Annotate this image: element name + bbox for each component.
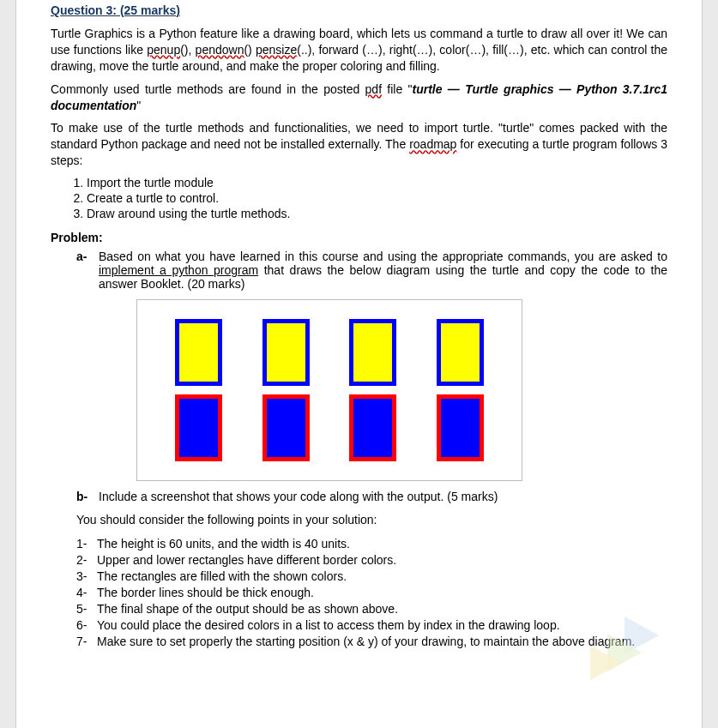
spelling-squiggle: pendown [196,43,244,57]
spelling-squiggle: penup [147,43,180,57]
diagram-top-row [175,319,484,386]
list-item: 7-Make sure to set properly the starting… [76,635,659,648]
list-item: Import the turtle module [87,176,667,190]
yellow-rect [175,319,222,386]
yellow-rect [437,319,484,386]
text: (), [180,43,195,57]
list-item: 5-The final shape of the output should b… [76,602,659,616]
text: Based on what you have learned in this c… [99,250,667,263]
steps-list: Import the turtle module Create a turtle… [87,176,667,220]
notes-intro: You should consider the following points… [76,512,667,528]
num: 4- [76,586,97,599]
problem-label: Problem: [51,231,667,244]
list-item: Create a turtle to control. [87,191,667,205]
item-text: Based on what you have learned in this c… [99,250,667,291]
blue-rect [437,394,484,461]
text: Make sure to set properly the starting p… [97,635,659,648]
text: The rectangles are filled with the shown… [97,569,659,583]
text: Upper and lower rectangles have differen… [97,553,659,567]
turtle-diagram [136,299,522,481]
item-marker: a- [76,250,92,291]
list-item: 2-Upper and lower rectangles have differ… [76,553,659,567]
yellow-rect [349,319,396,386]
num: 2- [76,553,97,567]
paragraph-roadmap: To make use of the turtle methods and fu… [51,120,667,169]
text: The height is 60 units, and the width is… [97,537,659,551]
text: The final shape of the output should be … [97,602,659,616]
underlined-phrase: implement a python program [99,263,258,277]
problem-item-b: b- Include a screenshot that shows your … [76,490,667,503]
text: " [136,99,141,112]
notes-list: 1-The height is 60 units, and the width … [76,537,659,648]
num: 7- [76,635,97,648]
blue-rect [262,394,310,461]
diagram-wrap [136,299,667,481]
blue-rect [175,394,222,461]
text: Commonly used turtle methods are found i… [51,82,365,96]
question-heading: Question 3: (25 marks) [51,3,667,17]
blue-rect [349,394,396,461]
item-text: Include a screenshot that shows your cod… [99,490,667,503]
num: 3- [76,569,97,583]
diagram-bottom-row [175,394,484,461]
list-item: 6-You could place the desired colors in … [76,618,659,632]
num: 6- [76,618,97,632]
list-item: 3-The rectangles are filled with the sho… [76,569,659,583]
yellow-rect [262,319,310,386]
list-item: 4-The border lines should be thick enoug… [76,586,659,599]
text: file " [382,82,413,96]
paragraph-docs: Commonly used turtle methods are found i… [51,81,667,114]
text: You could place the desired colors in a … [97,618,659,632]
spelling-squiggle: pdf [365,82,382,96]
spelling-squiggle: pensize [256,43,297,57]
spelling-squiggle: roadmap [409,137,456,151]
list-item: Draw around using the turtle methods. [87,207,667,220]
document-page: Question 3: (25 marks) Turtle Graphics i… [15,0,703,728]
item-marker: b- [76,490,92,503]
paragraph-intro: Turtle Graphics is a Python feature like… [51,26,667,75]
text: () [244,43,256,57]
svg-marker-2 [590,646,623,680]
num: 1- [76,537,97,551]
num: 5- [76,602,97,616]
list-item: 1-The height is 60 units, and the width … [76,537,659,551]
text: The border lines should be thick enough. [97,586,659,599]
problem-item-a: a- Based on what you have learned in thi… [76,250,667,291]
